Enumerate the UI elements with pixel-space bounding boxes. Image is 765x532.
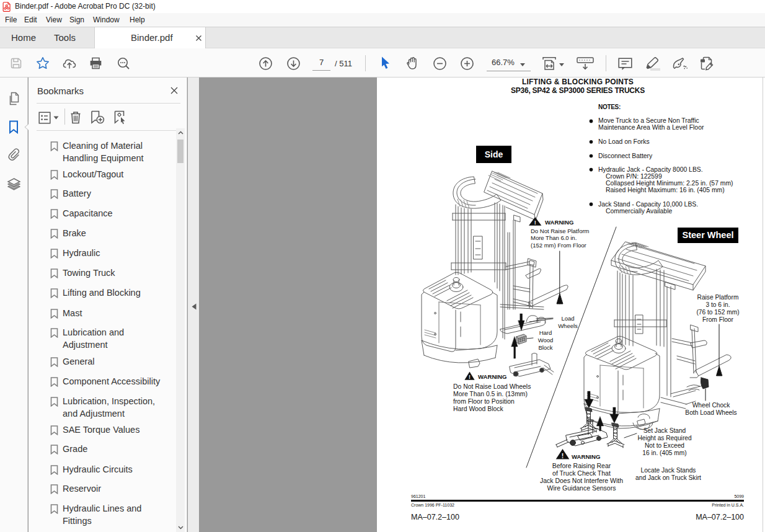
- svg-text:!: !: [534, 219, 536, 226]
- svg-text:!: !: [562, 452, 564, 459]
- svg-text:!: !: [469, 374, 471, 380]
